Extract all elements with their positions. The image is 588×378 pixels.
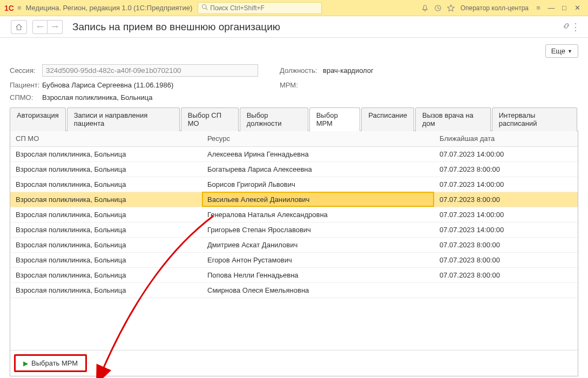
- maximize-button[interactable]: □: [558, 4, 571, 12]
- table-row[interactable]: Взрослая поликлиника, БольницаСмирнова О…: [10, 282, 578, 298]
- cell-spmo: Взрослая поликлиника, Больница: [10, 161, 202, 177]
- cell-resource: Васильев Алексей Даниилович: [202, 192, 434, 207]
- select-mrm-label: Выбрать МРМ: [31, 359, 78, 367]
- close-button[interactable]: ✕: [571, 4, 584, 12]
- cell-spmo: Взрослая поликлиника, Больница: [10, 146, 202, 161]
- bell-icon[interactable]: [418, 2, 431, 15]
- cell-date: 07.07.2023 8:00:00: [434, 192, 578, 207]
- cell-spmo: Взрослая поликлиника, Больница: [10, 177, 202, 192]
- user-menu-icon[interactable]: ≡: [532, 2, 545, 15]
- spmo-label: СПМО:: [10, 93, 42, 102]
- select-mrm-button[interactable]: ▶ Выбрать МРМ: [14, 354, 87, 372]
- search-input[interactable]: [210, 4, 318, 12]
- table-row[interactable]: Взрослая поликлиника, БольницаДмитриев А…: [10, 237, 578, 252]
- star-icon[interactable]: [444, 2, 457, 15]
- tab-6[interactable]: Вызов врача на дом: [415, 107, 491, 131]
- tab-3[interactable]: Выбор должности: [240, 107, 308, 131]
- chevron-down-icon: ▼: [567, 49, 572, 54]
- cell-resource: Дмитриев Аскат Данилович: [202, 237, 434, 252]
- col-header-resource[interactable]: Ресурс: [202, 131, 434, 146]
- app-title: Медицина. Регион, редакция 1.0 (1С:Предп…: [26, 4, 193, 12]
- table-row[interactable]: Взрослая поликлиника, БольницаЕгоров Ант…: [10, 252, 578, 267]
- nav-forward-button[interactable]: 🡒: [48, 20, 63, 34]
- cell-spmo: Взрослая поликлиника, Больница: [10, 267, 202, 282]
- cell-resource: Богатырева Лариса Алексеевна: [202, 161, 434, 177]
- tab-7[interactable]: Интервалы расписаний: [492, 107, 577, 131]
- tab-4[interactable]: Выбор МРМ: [309, 107, 361, 131]
- tab-2[interactable]: Выбор СП МО: [181, 107, 239, 131]
- session-input[interactable]: [42, 64, 258, 77]
- cell-resource: Егоров Антон Рустамович: [202, 252, 434, 267]
- cell-date: 07.07.2023 8:00:00: [434, 267, 578, 282]
- cell-spmo: Взрослая поликлиника, Больница: [10, 192, 202, 207]
- home-button[interactable]: [11, 20, 27, 34]
- mrm-label: МРМ:: [280, 81, 323, 89]
- tab-0[interactable]: Авторизация: [10, 107, 66, 131]
- cell-spmo: Взрослая поликлиника, Больница: [10, 222, 202, 237]
- kebab-icon[interactable]: ⋮: [571, 21, 580, 33]
- spmo-value: Взрослая поликлиника, Больница: [42, 93, 152, 102]
- table-row[interactable]: Взрослая поликлиника, БольницаГригорьев …: [10, 222, 578, 237]
- table-row[interactable]: Взрослая поликлиника, БольницаВасильев А…: [10, 192, 578, 207]
- nav-back-button[interactable]: 🡐: [32, 20, 48, 34]
- more-button[interactable]: Еще ▼: [545, 44, 578, 58]
- search-box[interactable]: [198, 2, 322, 14]
- mrm-table: СП МО Ресурс Ближайшая дата Взрослая пол…: [10, 131, 578, 298]
- cell-date: 07.07.2023 14:00:00: [434, 222, 578, 237]
- play-icon: ▶: [23, 360, 28, 367]
- cell-spmo: Взрослая поликлиника, Больница: [10, 207, 202, 222]
- history-icon[interactable]: [431, 2, 444, 15]
- link-icon[interactable]: [562, 22, 571, 32]
- cell-resource: Попова Нелли Геннадьевна: [202, 267, 434, 282]
- app-logo: 1С: [4, 4, 14, 12]
- table-row[interactable]: Взрослая поликлиника, БольницаГенералова…: [10, 207, 578, 222]
- minimize-button[interactable]: —: [545, 4, 558, 12]
- navigation-toolbar: 🡐 🡒 Запись на прием во внешнюю организац…: [0, 16, 588, 38]
- cell-resource: Борисов Григорий Львович: [202, 177, 434, 192]
- page-title: Запись на прием во внешнюю организацию: [72, 21, 280, 33]
- svg-point-0: [202, 5, 207, 9]
- cell-date: [434, 282, 578, 298]
- cell-resource: Алексеева Ирина Геннадьевна: [202, 146, 434, 161]
- position-label: Должность:: [280, 66, 323, 75]
- cell-date: 07.07.2023 8:00:00: [434, 161, 578, 177]
- svg-line-1: [206, 8, 208, 10]
- table-row[interactable]: Взрослая поликлиника, БольницаПопова Нел…: [10, 267, 578, 282]
- more-label: Еще: [551, 47, 565, 55]
- menu-icon[interactable]: ≡: [17, 4, 22, 12]
- cell-resource: Григорьев Степан Ярославович: [202, 222, 434, 237]
- tab-bar: АвторизацияЗаписи и направления пациента…: [10, 107, 578, 131]
- position-value: врач-кардиолог: [323, 66, 374, 75]
- tab-1[interactable]: Записи и направления пациента: [67, 107, 180, 131]
- cell-date: 07.07.2023 14:00:00: [434, 207, 578, 222]
- cell-date: 07.07.2023 8:00:00: [434, 252, 578, 267]
- col-header-spmo[interactable]: СП МО: [10, 131, 202, 146]
- cell-spmo: Взрослая поликлиника, Больница: [10, 252, 202, 267]
- patient-value: Бубнова Лариса Сергеевна (11.06.1986): [42, 81, 173, 89]
- cell-spmo: Взрослая поликлиника, Больница: [10, 237, 202, 252]
- cell-resource: Генералова Наталья Александровна: [202, 207, 434, 222]
- cell-date: 07.07.2023 14:00:00: [434, 146, 578, 161]
- patient-label: Пациент:: [10, 81, 42, 89]
- cell-spmo: Взрослая поликлиника, Больница: [10, 282, 202, 298]
- col-header-date[interactable]: Ближайшая дата: [434, 131, 578, 146]
- table-row[interactable]: Взрослая поликлиника, БольницаБогатырева…: [10, 161, 578, 177]
- session-label: Сессия:: [10, 66, 42, 75]
- cell-resource: Смирнова Олеся Емельяновна: [202, 282, 434, 298]
- user-label: Оператор колл-центра: [461, 4, 529, 12]
- table-row[interactable]: Взрослая поликлиника, БольницаБорисов Гр…: [10, 177, 578, 192]
- cell-date: 07.07.2023 8:00:00: [434, 237, 578, 252]
- table-row[interactable]: Взрослая поликлиника, БольницаАлексеева …: [10, 146, 578, 161]
- tab-5[interactable]: Расписание: [361, 107, 414, 131]
- cell-date: 07.07.2023 14:00:00: [434, 177, 578, 192]
- search-icon: [201, 4, 208, 12]
- title-bar: 1С ≡ Медицина. Регион, редакция 1.0 (1С:…: [0, 0, 588, 16]
